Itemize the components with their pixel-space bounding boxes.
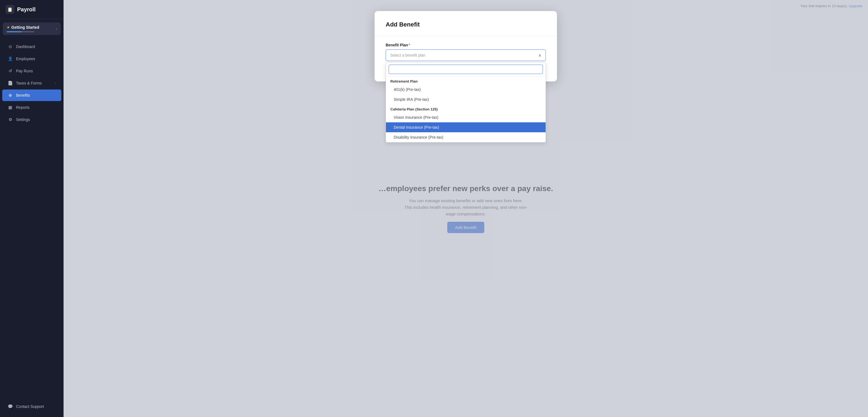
- progress-bar-fill: [7, 31, 22, 32]
- modal-title: Add Benefit: [386, 21, 546, 28]
- star-icon: ✦: [7, 25, 10, 30]
- dropdown-list: Retirement Plan 401(k) (Pre-tax) Simple …: [386, 76, 546, 142]
- sidebar-item-pay-runs[interactable]: ↺ Pay Runs: [2, 65, 61, 77]
- settings-icon: ⚙: [8, 117, 13, 122]
- sidebar-item-settings[interactable]: ⚙ Settings: [2, 114, 61, 125]
- dropdown-option[interactable]: Disability Insurance (Pre-tax): [386, 132, 546, 142]
- add-benefit-modal: Add Benefit Benefit Plan* Select a benef…: [375, 11, 557, 82]
- reports-icon: ▦: [8, 105, 13, 110]
- benefits-icon: ⊕: [8, 93, 13, 98]
- sidebar-item-label: Benefits: [16, 93, 56, 97]
- benefit-plan-field: Select a benefit plan ∧ Retirement Plan …: [386, 50, 546, 61]
- sidebar-item-label: Taxes & Forms: [16, 81, 51, 85]
- dropdown-option[interactable]: Vision Insurance (Pre-tax): [386, 113, 546, 122]
- sidebar-item-reports[interactable]: ▦ Reports: [2, 102, 61, 113]
- dropdown-option[interactable]: Simple IRA (Pre-tax): [386, 94, 546, 104]
- sidebar-item-contact-support[interactable]: 💬 Contact Support: [2, 401, 61, 412]
- dashboard-icon: ⊙: [8, 44, 13, 49]
- sidebar-item-benefits[interactable]: ⊕ Benefits: [2, 90, 61, 101]
- dropdown-option[interactable]: 401(k) (Pre-tax): [386, 85, 546, 94]
- sidebar-item-label: Reports: [16, 105, 56, 109]
- chevron-right-icon: ›: [56, 27, 57, 31]
- required-star: *: [409, 43, 410, 47]
- modal-overlay: Add Benefit Benefit Plan* Select a benef…: [64, 0, 868, 417]
- sidebar-bottom: 💬 Contact Support: [0, 398, 64, 417]
- logo-icon: 📋: [5, 5, 14, 14]
- benefit-plan-label: Benefit Plan*: [386, 43, 546, 47]
- dropdown-group-label: Cafeteria Plan (Section 125): [386, 104, 546, 113]
- sidebar-item-label: Settings: [16, 117, 56, 122]
- taxes-forms-icon: 📄: [8, 81, 13, 86]
- dropdown-panel: Retirement Plan 401(k) (Pre-tax) Simple …: [386, 62, 546, 142]
- sidebar-item-taxes-forms[interactable]: 📄 Taxes & Forms ›: [2, 77, 61, 89]
- sidebar-nav: ⊙ Dashboard 👤 Employees ↺ Pay Runs 📄 Tax…: [0, 38, 64, 398]
- dropdown-placeholder: Select a benefit plan: [390, 53, 426, 58]
- sidebar: 📋 Payroll ✦ Getting Started › ⊙ Dashboar…: [0, 0, 64, 417]
- chevron-right-icon: ›: [55, 82, 56, 85]
- dropdown-search-wrapper: [386, 62, 546, 76]
- benefit-plan-dropdown[interactable]: Select a benefit plan ∧: [386, 50, 546, 61]
- app-name: Payroll: [17, 6, 36, 13]
- sidebar-item-label: Employees: [16, 57, 56, 61]
- sidebar-item-label: Contact Support: [16, 404, 56, 409]
- dropdown-option-selected[interactable]: Dental Insurance (Pre-tax): [386, 122, 546, 132]
- app-logo: 📋 Payroll: [0, 0, 64, 19]
- contact-support-icon: 💬: [8, 404, 13, 409]
- sidebar-item-label: Dashboard: [16, 44, 56, 49]
- main-content: Your trial expires in 13 day(s). Upgrade…: [64, 0, 868, 417]
- chevron-up-icon: ∧: [538, 53, 541, 58]
- sidebar-item-employees[interactable]: 👤 Employees: [2, 53, 61, 65]
- sidebar-item-dashboard[interactable]: ⊙ Dashboard: [2, 41, 61, 53]
- dropdown-group-label: Retirement Plan: [386, 76, 546, 85]
- progress-bar-bg: [7, 31, 34, 32]
- pay-runs-icon: ↺: [8, 68, 13, 73]
- employees-icon: 👤: [8, 56, 13, 61]
- dropdown-search-input[interactable]: [389, 65, 543, 74]
- sidebar-item-label: Pay Runs: [16, 69, 56, 73]
- getting-started-label: Getting Started: [11, 25, 39, 30]
- getting-started-item[interactable]: ✦ Getting Started ›: [3, 22, 61, 35]
